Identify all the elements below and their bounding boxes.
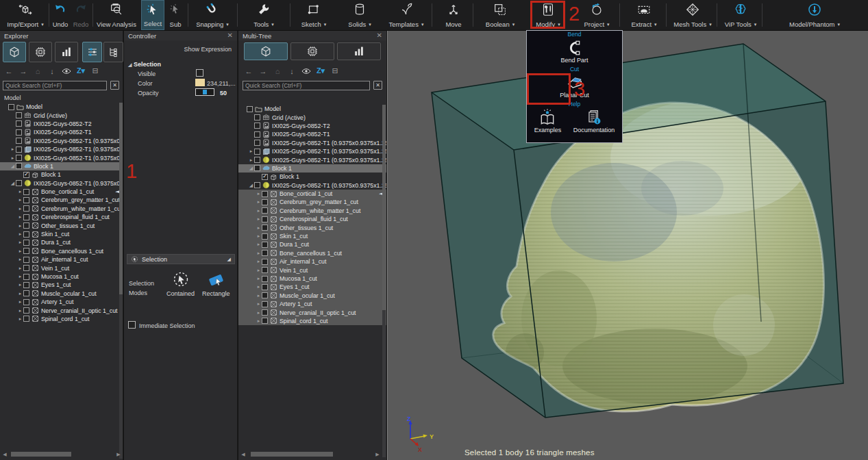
- collapsed-icon[interactable]: ▸: [17, 189, 23, 194]
- tree-row-ixi025-guys-0852-t1-0-9375x0-9375x1-25-[interactable]: ▸IXI025-Guys-0852-T1 (0.9375x0.9375x1.25…: [238, 147, 386, 155]
- collapsed-icon[interactable]: ▸: [256, 199, 262, 205]
- tree-checkbox[interactable]: [254, 114, 260, 120]
- toolbar-vip-tools-button[interactable]: ViP Tools▾: [719, 0, 762, 30]
- tree-checkbox[interactable]: [262, 318, 268, 324]
- tree-row-muscle-ocular-1-cut[interactable]: ▸Muscle_ocular 1_cut: [0, 290, 123, 298]
- tree-row-artery-1-cut[interactable]: ▸Artery 1_cut: [238, 300, 386, 308]
- tree-row-air-internal-1-cut[interactable]: ▸Air_internal 1_cut: [0, 255, 123, 264]
- tree-checkbox[interactable]: [23, 307, 29, 314]
- tab-analysis[interactable]: [55, 42, 78, 62]
- chevron-down-icon[interactable]: ▾: [369, 22, 371, 27]
- collapse-all-icon[interactable]: ⊟: [90, 66, 100, 75]
- tab-model[interactable]: [244, 42, 288, 60]
- multi-tree-vscrollbar[interactable]: [382, 105, 386, 457]
- toolbar-project-button[interactable]: Project▾: [575, 0, 618, 30]
- tree-checkbox[interactable]: ✓: [23, 172, 29, 178]
- forward-icon[interactable]: →: [18, 67, 28, 75]
- tree-row-ixi025-guys-0852-t1[interactable]: IXI025-Guys-0852-T1: [0, 128, 123, 136]
- collapsed-icon[interactable]: ▸: [256, 318, 262, 324]
- tree-row-grid-active-[interactable]: Grid (Active): [238, 113, 386, 121]
- collapsed-icon[interactable]: ▸: [10, 155, 16, 161]
- tree-row-muscle-ocular-1-cut[interactable]: ▸Muscle_ocular 1_cut: [238, 292, 386, 300]
- chevron-down-icon[interactable]: ▾: [421, 22, 424, 27]
- tree-checkbox[interactable]: [23, 282, 29, 288]
- tree-row-model[interactable]: Model: [0, 103, 123, 111]
- collapsed-icon[interactable]: ▸: [256, 259, 262, 264]
- collapsed-icon[interactable]: ▸: [256, 268, 262, 273]
- contained-mode-button[interactable]: Contained: [166, 270, 195, 297]
- tab-tree-options[interactable]: [103, 42, 123, 62]
- chevron-down-icon[interactable]: ▾: [324, 22, 327, 27]
- tree-checkbox[interactable]: [23, 265, 29, 271]
- tree-row-nerve-cranial-ii-optic-1-cut[interactable]: ▸Nerve_cranial_II_optic 1_cut: [238, 308, 386, 316]
- tree-checkbox[interactable]: [262, 250, 268, 256]
- chevron-down-icon[interactable]: ▾: [838, 22, 841, 27]
- tree-checkbox[interactable]: [262, 233, 268, 240]
- toolbar-templates-button[interactable]: Templates▾: [382, 0, 430, 30]
- tree-row-ixi025-guys-0852-t1-0-9375x0-9375x1-25-[interactable]: IXI025-Guys-0852-T1 (0.9375x0.9375x1.25): [0, 137, 123, 145]
- toolbar-sub-button[interactable]: Sub: [166, 0, 185, 30]
- tree-row-spinal-cord-1-cut[interactable]: ▸Spinal_cord 1_cut: [0, 315, 123, 323]
- tree-row-artery-1-cut[interactable]: ▸Artery 1_cut: [0, 298, 123, 306]
- tree-checkbox[interactable]: [254, 165, 260, 171]
- collapsed-icon[interactable]: ▸: [256, 208, 262, 214]
- collapsed-icon[interactable]: ▸: [17, 266, 23, 271]
- scroll-left-icon[interactable]: ◀: [240, 452, 247, 457]
- collapsed-icon[interactable]: ▸: [256, 225, 262, 231]
- tree-row-nerve-cranial-ii-optic-1-cut[interactable]: ▸Nerve_cranial_II_optic 1_cut: [0, 306, 123, 314]
- visible-checkbox[interactable]: [196, 69, 203, 77]
- collapsed-icon[interactable]: ▸: [256, 276, 262, 281]
- collapsed-icon[interactable]: ▸: [17, 206, 23, 212]
- tree-row-cerebrospinal-fluid-1-cut[interactable]: ▸Cerebrospinal_fluid 1_cut: [0, 213, 123, 221]
- tree-checkbox[interactable]: [16, 163, 22, 169]
- menu-item-documentation[interactable]: Documentation: [573, 109, 615, 133]
- expanded-icon[interactable]: ◢: [248, 183, 254, 188]
- collapsed-icon[interactable]: ▸: [17, 282, 23, 288]
- tree-row-ixi025-guys-0852-t1-0-9375x0-9375x1-25-[interactable]: IXI025-Guys-0852-T1 (0.9375x0.9375x1.25): [238, 139, 386, 147]
- menu-item-bend-part[interactable]: Bend Part: [560, 39, 588, 64]
- home-icon[interactable]: ⌂: [273, 67, 282, 75]
- tree-checkbox[interactable]: [262, 276, 268, 282]
- tree-row-vein-1-cut[interactable]: ▸Vein 1_cut: [0, 264, 123, 272]
- tree-row-cerebrum-grey-matter-1-cut[interactable]: ▸Cerebrum_grey_matter 1_cut: [238, 198, 386, 206]
- collapsed-icon[interactable]: ▸: [17, 223, 23, 229]
- tree-row-ixi025-guys-0852-t1-0-9375x0-9375x1-25-[interactable]: ◢IXI025-Guys-0852-T1 (0.9375x0.9375x1.25…: [0, 179, 123, 188]
- collapsed-icon[interactable]: ▸: [256, 310, 262, 316]
- tree-row-bone-cancellous-1-cut[interactable]: ▸Bone_cancellous 1_cut: [0, 247, 123, 255]
- toolbar-imp-export-button[interactable]: Imp/Export▾: [3, 0, 48, 30]
- tree-row-cerebrum-grey-matter-1-cut[interactable]: ▸Cerebrum_grey_matter 1_cut: [0, 196, 123, 204]
- tree-row-ixi025-guys-0852-t1-0-9375x0-9375x1-25-[interactable]: ◢IXI025-Guys-0852-T1 (0.9375x0.9375x1.25…: [238, 181, 386, 190]
- tree-checkbox[interactable]: [23, 274, 29, 280]
- collapsed-icon[interactable]: ▸: [256, 233, 262, 239]
- search-input[interactable]: [3, 81, 107, 90]
- toolbar-extract-button[interactable]: Extract▾: [622, 0, 666, 30]
- scroll-left-icon[interactable]: ◀: [1, 452, 8, 457]
- tree-row-other-tissues-1-cut[interactable]: ▸Other_tissues 1_cut: [238, 223, 386, 231]
- tree-checkbox[interactable]: [254, 123, 260, 129]
- tree-checkbox[interactable]: [262, 267, 268, 273]
- chevron-down-icon[interactable]: ▾: [607, 22, 610, 27]
- collapse-all-icon[interactable]: ⊟: [330, 66, 340, 75]
- tree-checkbox[interactable]: [16, 155, 22, 161]
- tab-analysis[interactable]: [337, 42, 381, 60]
- collapsed-icon[interactable]: ▸: [256, 301, 262, 307]
- collapsed-icon[interactable]: ▸: [17, 214, 23, 220]
- scroll-right-icon[interactable]: ▶: [115, 452, 122, 457]
- tree-checkbox[interactable]: [254, 182, 260, 188]
- collapsed-icon[interactable]: ▸: [248, 157, 254, 163]
- tree-checkbox[interactable]: [262, 207, 268, 214]
- collapsed-icon[interactable]: ▸: [17, 197, 23, 203]
- toolbar-solids-button[interactable]: Solids▾: [338, 0, 381, 30]
- sort-z-icon[interactable]: Z▾: [316, 66, 325, 75]
- collapsed-icon[interactable]: ▸: [256, 284, 262, 290]
- tree-checkbox[interactable]: [16, 180, 22, 186]
- tree-checkbox[interactable]: [254, 131, 260, 138]
- collapsed-icon[interactable]: ▸: [256, 216, 262, 222]
- arrow-down-icon[interactable]: ↓: [287, 67, 297, 75]
- tree-row-dura-1-cut[interactable]: ▸Dura 1_cut: [238, 240, 386, 248]
- tree-checkbox[interactable]: [23, 316, 29, 322]
- tab-model[interactable]: [3, 42, 26, 62]
- back-icon[interactable]: ←: [4, 67, 14, 75]
- immediate-selection-checkbox[interactable]: [128, 321, 136, 329]
- tree-checkbox[interactable]: [16, 112, 22, 118]
